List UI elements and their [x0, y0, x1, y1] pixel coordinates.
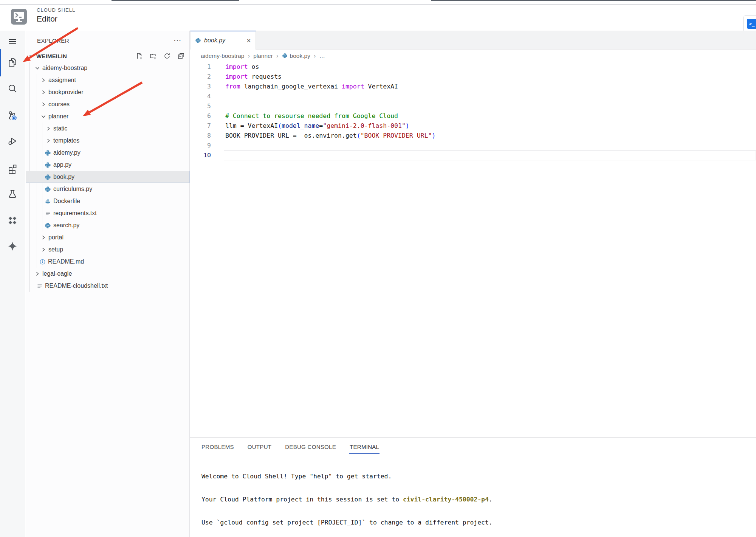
run-debug-icon[interactable] — [3, 133, 22, 149]
code-line: 7 llm = VertexAI(model_name="gemini-2.0-… — [190, 121, 756, 131]
explorer-icon[interactable] — [3, 54, 22, 70]
line-number: 6 — [190, 111, 211, 121]
collapse-folders-icon[interactable] — [177, 52, 185, 60]
tree-item-curriculums-py[interactable]: curriculums.py — [26, 183, 189, 195]
explorer-panel-title: EXPLORER — [37, 37, 69, 44]
terminal[interactable]: Welcome to Cloud Shell! Type "help" to g… — [201, 457, 756, 537]
editor-tabstrip: book.py × — [190, 31, 756, 50]
tree-item-app-py[interactable]: app.py — [26, 159, 189, 171]
code-line: 1 import os — [190, 62, 756, 72]
tree-item-legal-eagle[interactable]: legal-eagle — [26, 268, 189, 280]
tree-item-workspace-root[interactable]: WEIMEILIN — [26, 50, 189, 62]
docker-icon — [45, 198, 51, 205]
tree-item-assigment[interactable]: assigment — [26, 74, 189, 86]
chevron-down-icon — [28, 53, 35, 59]
tree-item-portal[interactable]: portal — [26, 231, 189, 244]
tree-item-templates[interactable]: templates — [26, 135, 189, 147]
extensions-icon[interactable] — [3, 160, 22, 177]
tab-terminal[interactable]: TERMINAL — [349, 438, 380, 454]
chevron-right-icon — [34, 270, 41, 277]
tree-item-dockerfile[interactable]: Dockerfile — [26, 195, 189, 207]
code-line: 3 from langchain_google_vertexai import … — [190, 82, 756, 92]
code-line-current: 10 — [190, 151, 756, 160]
product-label: CLOUD SHELL — [37, 7, 75, 13]
more-actions-icon[interactable]: ⋯ — [174, 39, 182, 42]
chevron-right-icon — [40, 89, 47, 96]
tree-item-readme-cloudshell-txt[interactable]: README-cloudshell.txt — [26, 280, 189, 292]
breadcrumb-item[interactable]: planner — [253, 53, 273, 59]
code-editor[interactable]: 1 import os 2 import requests 3 from lan… — [190, 62, 756, 160]
tree-item-search-py[interactable]: search.py — [26, 219, 189, 231]
search-icon[interactable] — [3, 80, 22, 97]
active-view-indicator — [0, 49, 1, 76]
tree-item-book-py[interactable]: book.py — [26, 171, 189, 183]
line-number: 3 — [190, 82, 211, 92]
text-file-icon — [36, 283, 43, 289]
app-header: CLOUD SHELL Editor >_ — [0, 5, 756, 30]
tab-output[interactable]: OUTPUT — [247, 438, 272, 454]
line-number: 8 — [190, 131, 211, 141]
chevron-right-icon — [45, 137, 52, 144]
code-line: 9 — [190, 141, 756, 151]
terminal-prompt-icon: >_ — [747, 19, 756, 29]
tab-debug-console[interactable]: DEBUG CONSOLE — [285, 438, 336, 454]
cloud-shell-logo-icon — [11, 8, 27, 26]
terminal-line: Use `gcloud config set project [PROJECT_… — [201, 519, 756, 526]
bottom-panel: PROBLEMS OUTPUT DEBUG CONSOLE TERMINAL W… — [190, 437, 756, 537]
activity-bar — [0, 31, 25, 537]
breadcrumb-item[interactable]: aidemy-boostrap — [201, 53, 244, 59]
chevron-separator-icon: › — [248, 52, 250, 60]
terminal-line: Welcome to Cloud Shell! Type "help" to g… — [201, 473, 756, 480]
tab-problems[interactable]: PROBLEMS — [201, 438, 234, 454]
gemini-sparkle-icon[interactable] — [3, 238, 22, 255]
chevron-down-icon — [34, 65, 41, 71]
tree-item-aidemy-py[interactable]: aidemy.py — [26, 147, 189, 159]
tree-item-bookprovider[interactable]: bookprovider — [26, 86, 189, 98]
chevron-right-icon — [40, 246, 47, 253]
menu-icon[interactable] — [3, 33, 22, 50]
test-beaker-icon[interactable] — [3, 186, 22, 202]
refresh-icon[interactable] — [163, 52, 171, 60]
python-icon — [45, 162, 51, 168]
tree-item-planner[interactable]: planner — [26, 110, 189, 123]
code-line: 8 BOOK_PROVIDER_URL = os.environ.get("BO… — [190, 131, 756, 141]
chevron-right-icon — [40, 101, 47, 108]
tree-item-aidemy-boostrap[interactable]: aidemy-boostrap — [26, 62, 189, 74]
line-number: 1 — [190, 62, 211, 72]
code-line: 6 # Connect to resourse needed from Goog… — [190, 111, 756, 121]
new-file-icon[interactable] — [135, 52, 143, 60]
line-number: 7 — [190, 121, 211, 131]
panel-tabs: PROBLEMS OUTPUT DEBUG CONSOLE TERMINAL — [190, 438, 756, 454]
close-icon[interactable]: × — [246, 37, 251, 43]
chevron-down-icon — [40, 113, 47, 120]
current-line-highlight — [224, 151, 756, 160]
file-tree: WEIMEILIN aidemy-boostrap assigment — [26, 50, 189, 292]
code-line: 5 — [190, 101, 756, 111]
line-number: 5 — [190, 101, 211, 111]
tree-item-setup[interactable]: setup — [26, 244, 189, 256]
explorer-sidebar: EXPLORER ⋯ WEIMEILIN aidemy-b — [26, 31, 190, 537]
tree-item-readme-md[interactable]: README.md — [26, 256, 189, 268]
browser-tabstrip-line — [431, 0, 756, 1]
line-number: 4 — [190, 92, 211, 101]
line-number: 2 — [190, 72, 211, 82]
cloud-code-icon[interactable] — [3, 212, 22, 229]
tree-item-static[interactable]: static — [26, 123, 189, 135]
tree-item-courses[interactable]: courses — [26, 98, 189, 110]
chevron-separator-icon: › — [314, 52, 316, 60]
text-file-icon — [45, 210, 51, 217]
open-terminal-button[interactable]: >_ — [743, 15, 756, 33]
new-folder-icon[interactable] — [149, 52, 157, 60]
python-icon — [282, 53, 288, 59]
chevron-right-icon — [40, 234, 47, 241]
source-control-icon[interactable] — [3, 107, 22, 124]
python-icon — [45, 150, 51, 156]
breadcrumb: aidemy-boostrap › planner › book.py › … — [190, 50, 756, 62]
python-icon — [45, 186, 51, 192]
editor-region: book.py × aidemy-boostrap › planner › bo… — [190, 31, 756, 537]
tab-book-py[interactable]: book.py × — [190, 31, 256, 50]
tree-item-requirements-txt[interactable]: requirements.txt — [26, 207, 189, 219]
breadcrumb-ellipsis[interactable]: … — [319, 53, 325, 59]
info-icon — [39, 259, 46, 265]
breadcrumb-item[interactable]: book.py — [290, 53, 310, 59]
